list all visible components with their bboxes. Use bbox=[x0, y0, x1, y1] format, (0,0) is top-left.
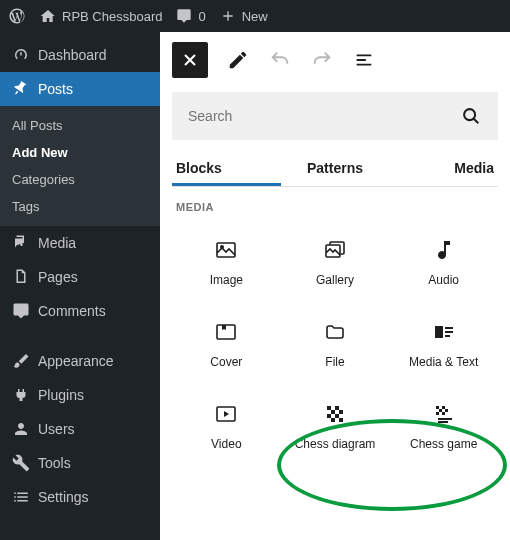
search-box[interactable] bbox=[172, 92, 498, 140]
pages-icon bbox=[12, 268, 30, 286]
new-link[interactable]: New bbox=[220, 8, 268, 24]
menu-comments[interactable]: Comments bbox=[0, 294, 160, 328]
submenu-all-posts[interactable]: All Posts bbox=[0, 112, 160, 139]
svg-rect-7 bbox=[445, 331, 453, 333]
svg-rect-16 bbox=[331, 418, 335, 422]
section-media-label: MEDIA bbox=[172, 187, 498, 219]
svg-rect-13 bbox=[339, 410, 343, 414]
menu-dashboard[interactable]: Dashboard bbox=[0, 38, 160, 72]
submenu-add-new[interactable]: Add New bbox=[0, 139, 160, 166]
block-chess-diagram[interactable]: Chess diagram bbox=[281, 383, 390, 465]
pin-icon bbox=[12, 80, 30, 98]
admin-sidebar: Dashboard Posts All Posts Add New Catego… bbox=[0, 32, 160, 540]
brush-icon bbox=[12, 352, 30, 370]
plus-icon bbox=[220, 8, 236, 24]
svg-rect-10 bbox=[327, 406, 331, 410]
menu-settings[interactable]: Settings bbox=[0, 480, 160, 514]
menu-media[interactable]: Media bbox=[0, 226, 160, 260]
block-video[interactable]: Video bbox=[172, 383, 281, 465]
new-label: New bbox=[242, 9, 268, 24]
menu-users[interactable]: Users bbox=[0, 412, 160, 446]
comments-count: 0 bbox=[198, 9, 205, 24]
svg-rect-23 bbox=[442, 412, 445, 415]
tab-blocks[interactable]: Blocks bbox=[172, 148, 281, 186]
menu-appearance[interactable]: Appearance bbox=[0, 344, 160, 378]
block-chess-game[interactable]: Chess game bbox=[389, 383, 498, 465]
menu-pages[interactable]: Pages bbox=[0, 260, 160, 294]
svg-rect-17 bbox=[339, 418, 343, 422]
svg-rect-5 bbox=[435, 326, 443, 338]
submenu-tags[interactable]: Tags bbox=[0, 193, 160, 220]
home-icon bbox=[40, 8, 56, 24]
block-gallery[interactable]: Gallery bbox=[281, 219, 390, 301]
block-cover[interactable]: Cover bbox=[172, 301, 281, 383]
details-button[interactable] bbox=[352, 48, 376, 72]
file-icon bbox=[322, 319, 348, 345]
blocks-grid: Image Gallery Audio Cover File Media & T… bbox=[172, 219, 498, 465]
svg-rect-20 bbox=[439, 409, 442, 412]
svg-rect-24 bbox=[438, 418, 452, 420]
video-icon bbox=[213, 401, 239, 427]
image-icon bbox=[213, 237, 239, 263]
wrench-icon bbox=[12, 454, 30, 472]
dashboard-icon bbox=[12, 46, 30, 64]
cover-icon bbox=[213, 319, 239, 345]
site-link[interactable]: RPB Chessboard bbox=[40, 8, 162, 24]
posts-submenu: All Posts Add New Categories Tags bbox=[0, 106, 160, 226]
inserter-tabs: Blocks Patterns Media bbox=[172, 148, 498, 187]
details-icon bbox=[353, 49, 375, 71]
svg-rect-18 bbox=[436, 406, 439, 409]
svg-rect-6 bbox=[445, 327, 453, 329]
svg-point-0 bbox=[464, 109, 475, 120]
media-icon bbox=[12, 234, 30, 252]
users-icon bbox=[12, 420, 30, 438]
svg-rect-21 bbox=[445, 409, 448, 412]
svg-rect-25 bbox=[438, 421, 448, 423]
gallery-icon bbox=[322, 237, 348, 263]
svg-rect-22 bbox=[436, 412, 439, 415]
search-input[interactable] bbox=[188, 108, 460, 124]
svg-rect-8 bbox=[445, 335, 450, 337]
audio-icon bbox=[431, 237, 457, 263]
svg-rect-19 bbox=[442, 406, 445, 409]
site-name: RPB Chessboard bbox=[62, 9, 162, 24]
chess-diagram-icon bbox=[322, 401, 348, 427]
block-file[interactable]: File bbox=[281, 301, 390, 383]
inserter-toolbar bbox=[172, 42, 498, 78]
comments-link[interactable]: 0 bbox=[176, 8, 205, 24]
menu-posts[interactable]: Posts bbox=[0, 72, 160, 106]
wordpress-icon bbox=[8, 7, 26, 25]
chess-game-icon bbox=[431, 401, 457, 427]
undo-icon bbox=[269, 49, 291, 71]
redo-button[interactable] bbox=[310, 48, 334, 72]
admin-bar: RPB Chessboard 0 New bbox=[0, 0, 510, 32]
block-inserter: Blocks Patterns Media MEDIA Image Galler… bbox=[160, 32, 510, 540]
wp-logo[interactable] bbox=[8, 7, 26, 25]
svg-rect-11 bbox=[335, 406, 339, 410]
svg-point-2 bbox=[221, 246, 223, 248]
menu-plugins[interactable]: Plugins bbox=[0, 378, 160, 412]
tab-media[interactable]: Media bbox=[389, 148, 498, 186]
undo-button[interactable] bbox=[268, 48, 292, 72]
svg-rect-14 bbox=[327, 414, 331, 418]
svg-rect-15 bbox=[335, 414, 339, 418]
close-icon bbox=[180, 50, 200, 70]
comments-icon bbox=[12, 302, 30, 320]
tab-patterns[interactable]: Patterns bbox=[281, 148, 390, 186]
close-button[interactable] bbox=[172, 42, 208, 78]
media-text-icon bbox=[431, 319, 457, 345]
edit-button[interactable] bbox=[226, 48, 250, 72]
pencil-icon bbox=[227, 49, 249, 71]
svg-rect-12 bbox=[331, 410, 335, 414]
block-media-text[interactable]: Media & Text bbox=[389, 301, 498, 383]
settings-icon bbox=[12, 488, 30, 506]
search-icon bbox=[460, 105, 482, 127]
redo-icon bbox=[311, 49, 333, 71]
plug-icon bbox=[12, 386, 30, 404]
comment-icon bbox=[176, 8, 192, 24]
block-audio[interactable]: Audio bbox=[389, 219, 498, 301]
menu-tools[interactable]: Tools bbox=[0, 446, 160, 480]
submenu-categories[interactable]: Categories bbox=[0, 166, 160, 193]
block-image[interactable]: Image bbox=[172, 219, 281, 301]
